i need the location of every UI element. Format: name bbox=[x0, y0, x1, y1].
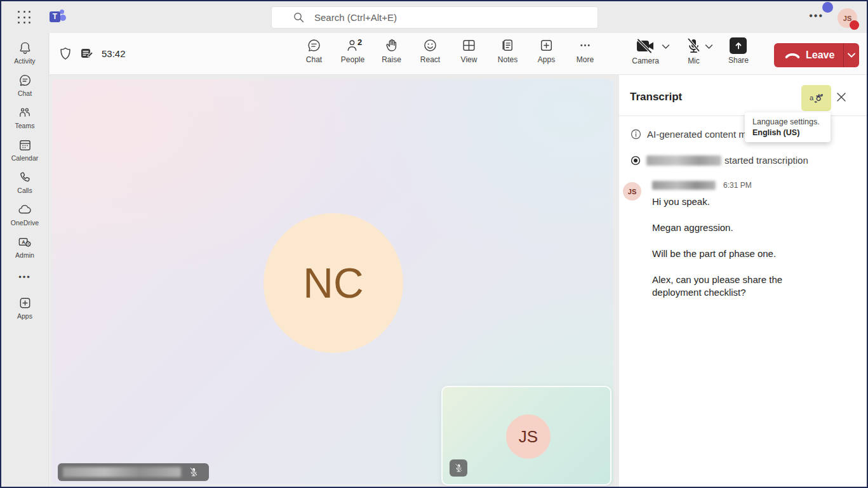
profile-avatar[interactable]: JS bbox=[838, 8, 857, 28]
speaker-name-blurred bbox=[646, 155, 721, 166]
sidebar-item-onedrive[interactable]: OneDrive bbox=[3, 202, 47, 227]
toolbar-label: Chat bbox=[306, 55, 322, 64]
translate-icon: a bbox=[809, 91, 824, 105]
transcript-close-button[interactable] bbox=[836, 91, 848, 104]
meeting-status-group: 53:42 bbox=[59, 47, 126, 60]
toolbar-label: Raise bbox=[382, 55, 401, 64]
svg-text:a: a bbox=[810, 94, 814, 102]
sidebar-label: OneDrive bbox=[11, 219, 39, 227]
sidebar-item-teams[interactable]: Teams bbox=[3, 105, 47, 129]
mic-label: Mic bbox=[688, 56, 700, 65]
leave-label: Leave bbox=[806, 49, 834, 61]
teams-logo-icon: T bbox=[50, 10, 66, 25]
record-icon bbox=[631, 155, 641, 166]
teams-people-icon bbox=[17, 105, 32, 120]
grid-view-icon bbox=[461, 37, 477, 53]
toolbar-label: React bbox=[420, 55, 440, 64]
notes-button[interactable]: Notes bbox=[488, 37, 527, 64]
meeting-timer: 53:42 bbox=[102, 48, 126, 59]
participant-name-pill bbox=[58, 463, 209, 481]
leave-button[interactable]: Leave bbox=[774, 43, 859, 67]
sidebar-item-chat[interactable]: Chat bbox=[3, 73, 47, 97]
mic-button[interactable]: Mic bbox=[685, 37, 702, 65]
people-button[interactable]: 2 People bbox=[333, 37, 372, 64]
self-avatar-initials: JS bbox=[519, 427, 538, 447]
hangup-icon bbox=[784, 51, 801, 60]
transcript-line: Will be the part of phase one. bbox=[652, 247, 798, 260]
message-avatar-initials: JS bbox=[628, 188, 636, 195]
waffle-menu-icon[interactable] bbox=[18, 11, 32, 25]
self-video-tile[interactable]: JS bbox=[441, 386, 611, 485]
transcript-line: Megan aggression. bbox=[652, 221, 798, 234]
mic-off-icon bbox=[685, 37, 702, 55]
mic-options-chevron[interactable] bbox=[705, 44, 713, 49]
toolbar-label: Apps bbox=[538, 55, 555, 64]
search-input[interactable] bbox=[313, 11, 590, 23]
sidebar-label: Calendar bbox=[11, 154, 39, 162]
search-bar[interactable] bbox=[271, 6, 598, 29]
more-options-icon[interactable]: ••• bbox=[809, 10, 824, 22]
message-timestamp: 6:31 PM bbox=[723, 181, 752, 190]
sidebar-label: Apps bbox=[17, 312, 32, 320]
sidebar-label: Activity bbox=[14, 57, 35, 65]
sidebar-item-calls[interactable]: Calls bbox=[3, 170, 47, 194]
toolbar-right-group: Camera Mic Share Leave bbox=[632, 37, 859, 67]
sidebar-more-icon[interactable]: ••• bbox=[18, 272, 31, 282]
shield-icon[interactable] bbox=[59, 47, 72, 60]
apps-plus-icon bbox=[538, 37, 554, 53]
meeting-toolbar: 53:42 Chat 2 People Raise React V bbox=[50, 33, 867, 75]
camera-options-chevron[interactable] bbox=[662, 44, 670, 49]
participant-name-blurred bbox=[63, 467, 181, 477]
share-label: Share bbox=[728, 56, 749, 65]
share-icon bbox=[730, 37, 747, 54]
remote-avatar-initials: NC bbox=[303, 259, 363, 307]
transcript-line: Hi you speak. bbox=[652, 195, 798, 208]
meeting-content: NC JS Transcript bbox=[50, 75, 867, 487]
message-avatar: JS bbox=[623, 182, 641, 201]
ellipsis-icon bbox=[577, 37, 593, 53]
transcript-language-settings-button[interactable]: a bbox=[801, 85, 831, 111]
teams-meeting-window: T ••• JS Activity Chat Teams Calendar bbox=[0, 0, 868, 488]
sidebar-item-apps[interactable]: Apps bbox=[3, 296, 47, 320]
leave-options-chevron[interactable] bbox=[844, 52, 859, 58]
apps-button[interactable]: Apps bbox=[527, 37, 566, 64]
search-icon bbox=[293, 12, 304, 23]
more-button[interactable]: More bbox=[566, 37, 604, 64]
sidebar-item-admin[interactable]: A Admin bbox=[3, 235, 47, 259]
transcript-title: Transcript bbox=[630, 91, 682, 103]
camera-label: Camera bbox=[632, 56, 659, 65]
sidebar-item-calendar[interactable]: Calendar bbox=[3, 138, 47, 162]
toolbar-label: Notes bbox=[498, 55, 517, 64]
view-button[interactable]: View bbox=[450, 37, 488, 64]
toolbar-center-group: Chat 2 People Raise React View Notes bbox=[295, 37, 604, 64]
muted-mic-icon bbox=[189, 467, 199, 477]
transcription-started-text: started transcription bbox=[724, 155, 808, 166]
notification-dot bbox=[822, 2, 833, 13]
people-count: 2 bbox=[357, 37, 362, 47]
bell-icon bbox=[18, 41, 32, 55]
presence-busy-dot bbox=[850, 20, 859, 30]
sidebar-item-activity[interactable]: Activity bbox=[3, 41, 47, 65]
react-button[interactable]: React bbox=[411, 37, 450, 64]
smiley-icon bbox=[422, 37, 438, 53]
app-sidebar: Activity Chat Teams Calendar Calls OneDr… bbox=[1, 33, 49, 487]
apps-plus-icon bbox=[18, 296, 32, 310]
chevron-down-icon bbox=[662, 44, 670, 49]
chat-button[interactable]: Chat bbox=[295, 37, 333, 64]
muted-mic-icon bbox=[454, 463, 464, 473]
message-header: 6:31 PM bbox=[652, 181, 752, 190]
self-avatar: JS bbox=[506, 414, 551, 459]
transcript-line: Alex, can you please share the deploymen… bbox=[652, 274, 798, 299]
share-button[interactable]: Share bbox=[728, 37, 749, 65]
chat-bubble-icon bbox=[18, 73, 32, 88]
raise-hand-button[interactable]: Raise bbox=[372, 37, 411, 64]
tooltip-line1: Language settings. bbox=[752, 117, 823, 126]
svg-text:A: A bbox=[22, 239, 25, 245]
sidebar-label: Chat bbox=[18, 89, 32, 97]
message-body: Hi you speak. Megan aggression. Will be … bbox=[652, 195, 798, 312]
transcription-on-icon[interactable] bbox=[80, 47, 93, 60]
camera-button[interactable]: Camera bbox=[632, 37, 659, 65]
avatar-initials: JS bbox=[843, 15, 851, 22]
remote-participant-avatar: NC bbox=[264, 213, 403, 353]
camera-off-icon bbox=[634, 37, 657, 55]
